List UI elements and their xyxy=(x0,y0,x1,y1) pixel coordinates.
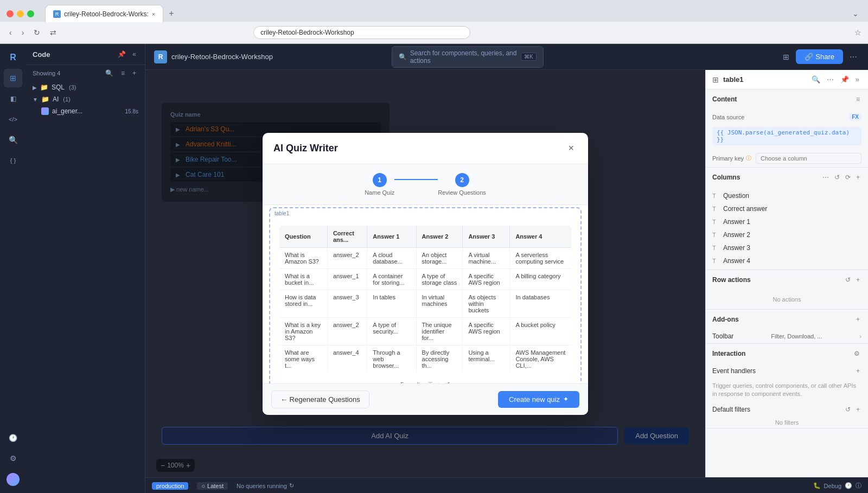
folder-ai-label: AI xyxy=(53,95,59,103)
back-button[interactable]: ‹ xyxy=(7,27,15,39)
rp-pin-button[interactable]: 📌 xyxy=(838,74,851,85)
modal-close-button[interactable]: × xyxy=(565,142,577,155)
debug-button[interactable]: 🐛 Debug 🕐 ⓘ xyxy=(813,482,861,490)
latest-badge[interactable]: ○ Latest xyxy=(197,482,228,490)
sidebar-icon-component[interactable]: ◧ xyxy=(4,89,22,108)
row-actions-reset-button[interactable]: ↺ xyxy=(844,276,852,284)
new-tab-button[interactable]: + xyxy=(165,9,177,18)
filters-reset-button[interactable]: ↺ xyxy=(844,405,852,414)
table-cell-2-4: As objects within buckets xyxy=(463,290,510,317)
interaction-settings-button[interactable]: ⚙ xyxy=(852,349,861,358)
table-row-1[interactable]: What is a bucket in...answer_1A containe… xyxy=(279,268,572,290)
columns-add-button[interactable]: + xyxy=(854,173,861,182)
columns-more-button[interactable]: ⋯ xyxy=(821,173,831,182)
table-cell-4-0: What are some ways t... xyxy=(279,345,328,373)
table-row-0[interactable]: What is Amazon S3?answer_2A cloud databa… xyxy=(279,247,572,268)
browser-tab-active[interactable]: R criley-Retool-Bedrock-Works: × xyxy=(45,5,163,22)
table-row-2[interactable]: How is data stored in...answer_3In table… xyxy=(279,290,572,317)
table-dashed-container: table1 QuestionCorrect ans...Answer 1Ans… xyxy=(269,207,582,383)
columns-refresh-button[interactable]: ⟳ xyxy=(844,173,852,182)
browser-more-button[interactable]: ⌄ xyxy=(850,8,861,20)
columns-reset-button[interactable]: ↺ xyxy=(833,173,841,182)
extra-nav-button[interactable]: ⇄ xyxy=(47,27,59,39)
table-cell-1-5: A billing category xyxy=(510,268,572,290)
table-cell-1-2: A container for storing... xyxy=(367,268,416,290)
col-header-answer-2: Answer 2 xyxy=(416,225,463,247)
modal-overlay[interactable]: AI Quiz Writer × 1 Name Quiz 2 Review Qu… xyxy=(145,70,705,477)
panel-pin-button[interactable]: 📌 xyxy=(116,49,128,59)
event-handlers-add-button[interactable]: + xyxy=(854,367,861,375)
forward-button[interactable]: › xyxy=(19,27,27,39)
folder-sql-label: SQL xyxy=(52,84,65,91)
sparkle-icon: ✦ xyxy=(563,395,569,403)
folder-ai[interactable]: ▼ 📁 AI (1) xyxy=(26,93,145,105)
share-button[interactable]: 🔗 Share xyxy=(796,49,843,64)
addons-add-button[interactable]: + xyxy=(854,315,861,324)
row-actions-add-button[interactable]: + xyxy=(854,276,861,284)
traffic-light-yellow[interactable] xyxy=(17,10,24,17)
download-icon[interactable]: ↓ xyxy=(437,381,441,383)
table-row-4[interactable]: What are some ways t...answer_4Through a… xyxy=(279,345,572,373)
sidebar-icon-code[interactable]: </> xyxy=(4,110,22,129)
column-item-answer-4[interactable]: TAnswer 4 xyxy=(706,254,868,267)
table-cell-2-1: answer_3 xyxy=(327,290,367,317)
sidebar-icon-history[interactable]: 🕐 xyxy=(4,428,22,447)
showing-count: Showing 4 🔍 ≡ + xyxy=(26,65,145,81)
production-badge[interactable]: production xyxy=(152,482,188,490)
modal-table-body: What is Amazon S3?answer_2A cloud databa… xyxy=(279,247,572,373)
table-cell-0-5: A serverless computing service xyxy=(510,247,572,268)
bookmark-icon[interactable]: ☆ xyxy=(854,28,861,37)
table-cell-2-2: In tables xyxy=(367,290,416,317)
filters-add-button[interactable]: + xyxy=(854,405,861,414)
sidebar-icon-grid[interactable]: ⊞ xyxy=(4,69,22,87)
refresh-button[interactable]: ↻ xyxy=(31,27,43,39)
column-item-correct-answer[interactable]: TCorrect answer xyxy=(706,202,868,215)
primary-key-input[interactable] xyxy=(756,153,861,164)
traffic-light-green[interactable] xyxy=(27,10,34,17)
step-2-label: Review Questions xyxy=(438,189,486,196)
toolbar-label: Toolbar xyxy=(712,332,733,340)
rp-search-button[interactable]: 🔍 xyxy=(809,74,822,85)
event-handlers-label: Event handlers xyxy=(712,367,756,375)
modal-table-header-row: QuestionCorrect ans...Answer 1Answer 2An… xyxy=(279,225,572,247)
search-queries-button[interactable]: 🔍 xyxy=(103,68,116,78)
no-filters-label: No filters xyxy=(706,417,868,428)
reset-icon[interactable]: ↺ xyxy=(445,381,450,383)
layout-button[interactable]: ⊞ xyxy=(781,50,792,63)
addons-section: Add-ons + Toolbar Filter, Download, ... … xyxy=(706,310,868,344)
more-button[interactable]: ⋯ xyxy=(847,50,859,63)
filter-queries-button[interactable]: ≡ xyxy=(119,68,127,78)
rp-more-button[interactable]: ⋯ xyxy=(825,74,836,85)
rp-expand-button[interactable]: » xyxy=(853,74,861,85)
folder-sql[interactable]: ▶ 📁 SQL (3) xyxy=(26,81,145,93)
clock-icon: 🕐 xyxy=(845,482,852,489)
column-item-answer-3[interactable]: TAnswer 3 xyxy=(706,241,868,254)
column-item-answer-2[interactable]: TAnswer 2 xyxy=(706,228,868,241)
sidebar-icon-settings[interactable]: ⚙ xyxy=(4,449,22,468)
table-row-3[interactable]: What is a key in Amazon S3?answer_2A typ… xyxy=(279,317,572,345)
sidebar-icon-logo[interactable]: R xyxy=(4,48,22,67)
table-label: table1 xyxy=(270,208,580,219)
column-item-answer-1[interactable]: TAnswer 1 xyxy=(706,215,868,228)
table-cell-1-4: A specific AWS region xyxy=(463,268,510,290)
filter-icon[interactable]: ⊤ xyxy=(427,381,433,383)
modal-table-container: QuestionCorrect ans...Answer 1Answer 2An… xyxy=(270,219,580,377)
sidebar-icon-search[interactable]: 🔍 xyxy=(4,131,22,149)
traffic-light-red[interactable] xyxy=(7,10,14,17)
back-button[interactable]: ← Regenerate Questions xyxy=(271,390,369,408)
column-item-question[interactable]: TQuestion xyxy=(706,189,868,202)
col-name: Correct answer xyxy=(723,205,767,213)
create-button[interactable]: Create new quiz ✦ xyxy=(498,391,579,408)
content-settings-button[interactable]: ≡ xyxy=(854,95,861,104)
header-search[interactable]: 🔍 Search for components, queries, and ac… xyxy=(392,46,544,68)
table-cell-0-4: A virtual machine... xyxy=(463,247,510,268)
add-query-button[interactable]: + xyxy=(130,68,138,78)
status-bar: production ○ Latest No queries running ↻… xyxy=(145,477,868,493)
event-handlers-row: Event handlers + xyxy=(706,363,868,379)
tab-close-button[interactable]: × xyxy=(152,11,155,17)
sidebar-icon-api[interactable]: { } xyxy=(4,151,22,170)
modal-footer: ← Regenerate Questions Create new quiz ✦ xyxy=(263,383,588,415)
primary-key-label: Primary key ⓘ xyxy=(712,155,751,162)
panel-collapse-button[interactable]: « xyxy=(130,49,138,59)
ai-child-item[interactable]: ai_gener... 15.8s xyxy=(26,105,145,117)
